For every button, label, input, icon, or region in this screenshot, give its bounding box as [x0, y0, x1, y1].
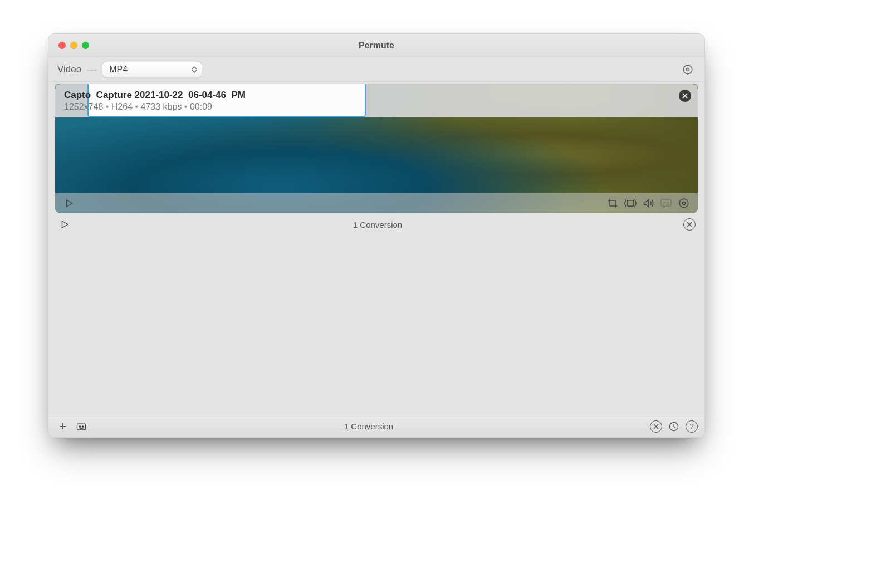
- stepper-icon: [192, 66, 197, 73]
- window-title: Permute: [48, 41, 704, 51]
- clear-all-button[interactable]: [650, 420, 662, 433]
- preset-settings-button[interactable]: [680, 62, 696, 77]
- zoom-window-button[interactable]: [82, 42, 89, 49]
- svg-rect-2: [628, 200, 633, 206]
- svg-point-0: [683, 65, 692, 74]
- conversion-toolbar: Video — MP4: [48, 57, 704, 82]
- subtitles-button[interactable]: [659, 196, 673, 210]
- robot-icon[interactable]: [75, 419, 87, 434]
- add-files-button[interactable]: +: [55, 419, 71, 434]
- item-resolution: 1252x748: [64, 102, 103, 111]
- footer-count-text: 1 Conversion: [92, 422, 645, 431]
- conversion-queue: Capto_Capture 2021-10-22_06-04-46_PM 125…: [48, 82, 704, 415]
- window-controls: [48, 42, 89, 49]
- svg-point-5: [682, 202, 685, 204]
- minimize-window-button[interactable]: [70, 42, 77, 49]
- clear-section-button[interactable]: [683, 218, 696, 231]
- output-format-select[interactable]: MP4: [102, 62, 202, 77]
- section-summary-bar: 1 Conversion: [48, 213, 704, 236]
- close-window-button[interactable]: [58, 42, 66, 49]
- conversion-item[interactable]: Capto_Capture 2021-10-22_06-04-46_PM 125…: [55, 84, 698, 213]
- svg-rect-3: [661, 199, 671, 207]
- titlebar: Permute: [48, 34, 704, 57]
- help-button[interactable]: ?: [686, 420, 698, 433]
- svg-point-7: [79, 425, 81, 427]
- footer-bar: + 1 Conversion ?: [48, 415, 704, 437]
- output-format-value: MP4: [109, 65, 128, 75]
- play-preview-button[interactable]: [62, 196, 76, 210]
- embedded-window-preview: [87, 84, 366, 117]
- schedule-button[interactable]: [668, 420, 680, 433]
- category-label: Video: [57, 64, 81, 75]
- trim-button[interactable]: [623, 196, 638, 210]
- svg-point-4: [679, 199, 688, 208]
- start-section-button[interactable]: [57, 217, 72, 232]
- item-bitrate: 4733 kbps: [135, 102, 182, 111]
- svg-rect-6: [77, 424, 86, 430]
- app-window: Permute Video — MP4: [48, 33, 705, 438]
- item-filename: Capto_Capture 2021-10-22_06-04-46_PM: [64, 90, 689, 101]
- audio-button[interactable]: [641, 196, 655, 210]
- dash-separator: —: [87, 64, 96, 75]
- item-action-strip: [55, 193, 698, 213]
- section-count-text: 1 Conversion: [72, 220, 683, 229]
- item-codec: H264: [106, 102, 133, 111]
- svg-point-1: [686, 68, 689, 71]
- remove-item-button[interactable]: [679, 90, 691, 102]
- svg-point-8: [82, 425, 84, 427]
- crop-button[interactable]: [605, 196, 620, 210]
- item-metadata: 1252x748 H264 4733 kbps 00:09: [64, 102, 689, 112]
- item-settings-button[interactable]: [677, 196, 691, 210]
- item-duration: 00:09: [184, 102, 212, 111]
- item-info-overlay: Capto_Capture 2021-10-22_06-04-46_PM 125…: [55, 84, 698, 117]
